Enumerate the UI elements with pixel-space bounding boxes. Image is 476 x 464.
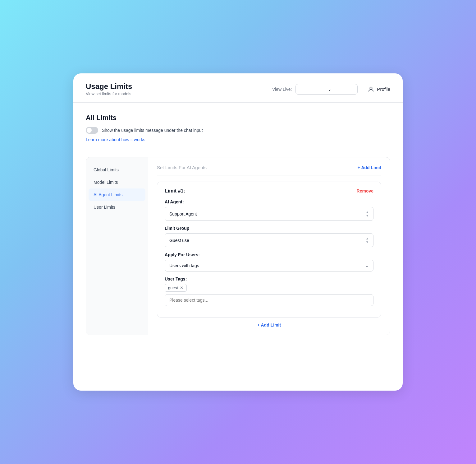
limit-group-label: Limit Group: [165, 226, 373, 231]
all-limits-title: All Limits: [86, 114, 390, 122]
limit-group-arrows-icon: ▲ ▼: [366, 237, 369, 244]
limits-main-panel: Set Limits For AI Agents + Add Limit Lim…: [148, 157, 390, 335]
limit-card-1: Limit #1: Remove AI Agent: Support Agent…: [157, 182, 381, 318]
profile-button[interactable]: Profile: [368, 86, 390, 93]
limit-group-value: Guest use: [169, 238, 189, 243]
chevron-down-icon: ⌄: [328, 87, 353, 92]
ai-agent-select[interactable]: Support Agent ▲ ▼: [165, 207, 373, 221]
tag-remove-button[interactable]: ✕: [180, 286, 183, 290]
svg-point-0: [370, 87, 372, 89]
add-limit-top-button[interactable]: + Add Limit: [358, 165, 381, 170]
select-arrows-icon: ▲ ▼: [366, 210, 369, 217]
limits-container: Global Limits Model Limits AI Agent Limi…: [86, 157, 390, 335]
limit-card-header: Limit #1: Remove: [165, 188, 373, 194]
tag-chip-guest: guest ✕: [165, 284, 187, 292]
set-limits-header: Set Limits For AI Agents + Add Limit: [157, 165, 381, 175]
toggle-row: Show the usage limits message under the …: [86, 127, 390, 134]
person-icon: [368, 86, 374, 93]
limit-group-select[interactable]: Guest use ▲ ▼: [165, 233, 373, 247]
remove-limit-button[interactable]: Remove: [357, 188, 373, 193]
tags-input[interactable]: [165, 294, 373, 306]
sidebar-item-model-limits[interactable]: Model Limits: [86, 176, 148, 188]
limit-number-label: Limit #1:: [165, 188, 185, 194]
view-live-area: View Live: ⌄ Profile: [272, 84, 390, 95]
ai-agent-field: AI Agent: Support Agent ▲ ▼: [165, 199, 373, 221]
title-area: Usage Limits View set limits for models: [86, 82, 272, 96]
main-content: All Limits Show the usage limits message…: [73, 103, 403, 348]
user-tags-label: User Tags:: [165, 276, 373, 281]
user-tags-field: User Tags: guest ✕: [165, 276, 373, 306]
ai-agent-label: AI Agent:: [165, 199, 373, 204]
apply-users-value: Users with tags: [169, 263, 199, 268]
bottom-add-limit-area: + Add Limit: [157, 322, 381, 327]
sidebar-item-ai-agent-limits[interactable]: AI Agent Limits: [89, 188, 145, 201]
apply-users-label: Apply For Users:: [165, 252, 373, 257]
page-subtitle: View set limits for models: [86, 91, 272, 96]
ai-agent-value: Support Agent: [169, 211, 197, 216]
view-live-label: View Live:: [272, 87, 292, 92]
chevron-down-icon: ⌄: [365, 263, 369, 268]
set-limits-title: Set Limits For AI Agents: [157, 165, 207, 170]
tag-value: guest: [168, 285, 178, 290]
profile-label: Profile: [377, 86, 390, 92]
toggle-label: Show the usage limits message under the …: [102, 128, 203, 133]
tags-display: guest ✕: [165, 284, 373, 292]
top-bar: Usage Limits View set limits for models …: [73, 73, 403, 103]
usage-limits-toggle[interactable]: [86, 127, 98, 134]
apply-users-select[interactable]: Users with tags ⌄: [165, 260, 373, 271]
sidebar-nav: Global Limits Model Limits AI Agent Limi…: [86, 157, 148, 335]
add-limit-bottom-button[interactable]: + Add Limit: [257, 322, 281, 327]
sidebar-item-user-limits[interactable]: User Limits: [86, 201, 148, 213]
limit-group-field: Limit Group Guest use ▲ ▼: [165, 226, 373, 247]
learn-more-link[interactable]: Learn more about how it works: [86, 137, 145, 142]
page-title: Usage Limits: [86, 82, 272, 91]
apply-users-field: Apply For Users: Users with tags ⌄: [165, 252, 373, 271]
sidebar-item-global-limits[interactable]: Global Limits: [86, 164, 148, 176]
view-live-select[interactable]: ⌄: [295, 84, 358, 95]
